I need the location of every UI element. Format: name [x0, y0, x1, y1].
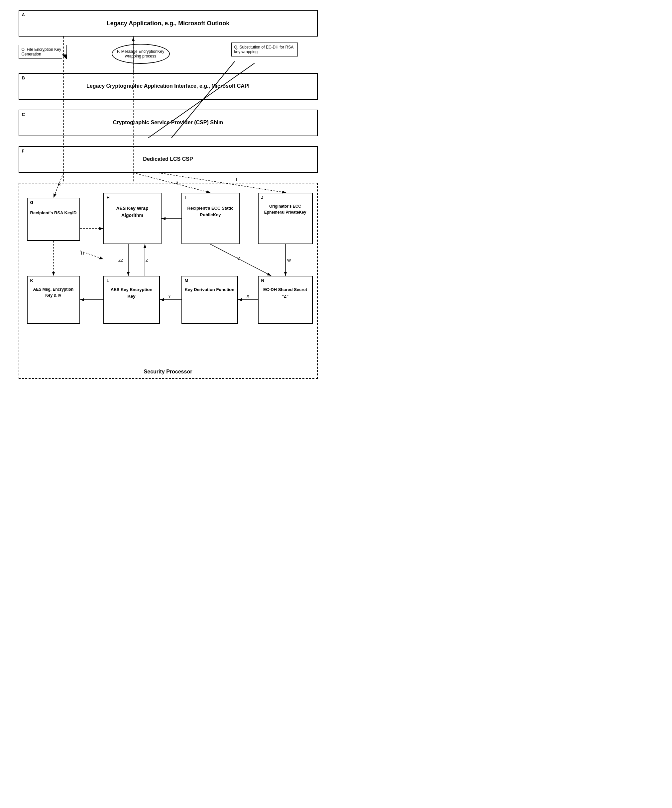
box-M: M Key Derivation Function	[181, 276, 238, 324]
box-A-label: A	[22, 12, 25, 17]
box-L-title: AES Key Encryption Key	[104, 286, 159, 299]
box-H-label: H	[107, 195, 110, 200]
box-L-label: L	[107, 278, 109, 283]
box-A: A Legacy Application, e.g., Microsoft Ou…	[18, 10, 318, 37]
box-K-label: K	[30, 278, 33, 283]
box-B-label: B	[22, 75, 25, 80]
box-F-label: F	[22, 149, 25, 154]
box-C: C Cryptographic Service Provider (CSP) S…	[18, 110, 318, 136]
box-G-title: Recipient's RSA KeyID	[28, 210, 79, 216]
security-processor-label: Security Processor	[18, 369, 318, 375]
box-A-title: Legacy Application, e.g., Microsoft Outl…	[19, 20, 317, 27]
box-J: J Originator's ECC Ephemeral PrivateKey	[258, 193, 313, 244]
box-I-title: Recipient's ECC Static PublicKey	[182, 205, 239, 218]
box-B: B Legacy Cryptographic Application Inter…	[18, 73, 318, 100]
annotation-Q: Q. Substitution of EC-DH for RSA key wra…	[231, 43, 298, 57]
box-M-title: Key Derivation Function	[182, 286, 237, 293]
box-G: G Recipient's RSA KeyID	[27, 198, 80, 241]
box-N-label: N	[261, 278, 264, 283]
box-M-label: M	[185, 278, 189, 283]
svg-text:T: T	[235, 177, 238, 182]
box-H: H AES Key Wrap Algorithm	[104, 193, 162, 244]
box-K: K AES Msg. Encryption Key & IV	[27, 276, 80, 324]
annotation-Q-text: Substitution of EC-DH for RSA key wrappi…	[234, 45, 293, 54]
annotation-O-label: O. File Encryption Key Generation	[22, 47, 64, 57]
box-N: N EC-DH Shared Secret "Z"	[258, 276, 313, 324]
box-H-title: AES Key Wrap Algorithm	[104, 205, 161, 219]
annotation-Q-label: Q.	[234, 45, 239, 50]
box-N-title: EC-DH Shared Secret "Z"	[259, 286, 312, 299]
annotation-P: P. Message EncryptionKey wrapping proces…	[112, 44, 170, 64]
annotation-O: O. File Encryption Key Generation	[18, 45, 67, 59]
box-I-label: I	[185, 195, 186, 200]
box-J-label: J	[261, 195, 264, 200]
box-K-title: AES Msg. Encryption Key & IV	[28, 286, 79, 298]
box-I: I Recipient's ECC Static PublicKey	[181, 193, 240, 244]
box-C-label: C	[22, 112, 25, 117]
box-F-title: Dedicated LCS CSP	[19, 156, 317, 162]
box-B-title: Legacy Cryptographic Application Interfa…	[19, 83, 317, 89]
box-G-label: G	[30, 200, 33, 205]
box-C-title: Cryptographic Service Provider (CSP) Shi…	[19, 120, 317, 125]
box-L: L AES Key Encryption Key	[104, 276, 160, 324]
box-F: F Dedicated LCS CSP	[18, 146, 318, 173]
box-J-title: Originator's ECC Ephemeral PrivateKey	[259, 203, 312, 215]
